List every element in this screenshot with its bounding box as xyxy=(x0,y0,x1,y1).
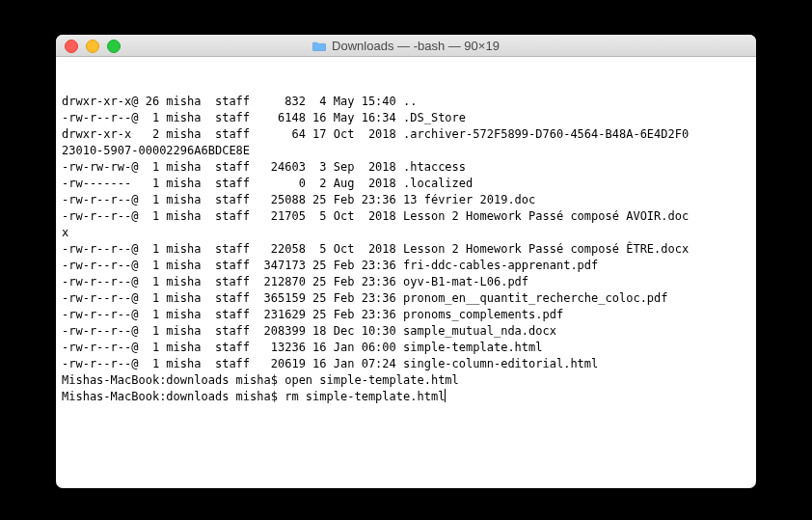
titlebar[interactable]: Downloads — -bash — 90×19 xyxy=(56,35,756,57)
terminal-line: -rw-r--r--@ 1 misha staff 212870 25 Feb … xyxy=(62,274,750,290)
terminal-line: drwxr-xr-x@ 26 misha staff 832 4 May 15:… xyxy=(62,94,750,110)
cursor xyxy=(445,389,446,402)
terminal-line: -rw-r--r--@ 1 misha staff 21705 5 Oct 20… xyxy=(62,208,750,225)
terminal-line: -rw-r--r--@ 1 misha staff 22058 5 Oct 20… xyxy=(62,241,750,258)
terminal-line: -rw-r--r--@ 1 misha staff 347173 25 Feb … xyxy=(62,258,750,274)
close-icon[interactable] xyxy=(65,40,78,53)
terminal-line: -rw------- 1 misha staff 0 2 Aug 2018 .l… xyxy=(62,176,750,192)
maximize-icon[interactable] xyxy=(107,40,121,53)
terminal-line: 23010-5907-00002296A6BDCE8E xyxy=(62,143,750,159)
terminal-line: -rw-rw-rw-@ 1 misha staff 24603 3 Sep 20… xyxy=(62,159,750,176)
terminal-line: -rw-r--r--@ 1 misha staff 25088 25 Feb 2… xyxy=(62,192,750,208)
traffic-lights xyxy=(65,40,121,53)
terminal-line: -rw-r--r--@ 1 misha staff 365159 25 Feb … xyxy=(62,290,750,307)
folder-icon xyxy=(312,41,326,51)
window-title-area: Downloads — -bash — 90×19 xyxy=(56,39,756,53)
terminal-line: drwxr-xr-x 2 misha staff 64 17 Oct 2018 … xyxy=(62,126,750,143)
terminal-line: Mishas-MacBook:downloads misha$ rm simpl… xyxy=(62,389,750,405)
terminal-line: -rw-r--r--@ 1 misha staff 20619 16 Jan 0… xyxy=(62,356,750,372)
terminal-line: Mishas-MacBook:downloads misha$ open sim… xyxy=(62,372,750,389)
terminal-line: -rw-r--r--@ 1 misha staff 13236 16 Jan 0… xyxy=(62,340,750,356)
terminal-line: -rw-r--r--@ 1 misha staff 231629 25 Feb … xyxy=(62,307,750,323)
terminal-line: -rw-r--r--@ 1 misha staff 208399 18 Dec … xyxy=(62,323,750,340)
terminal-output[interactable]: drwxr-xr-x@ 26 misha staff 832 4 May 15:… xyxy=(56,57,756,442)
minimize-icon[interactable] xyxy=(86,40,99,53)
terminal-line: -rw-r--r--@ 1 misha staff 6148 16 May 16… xyxy=(62,110,750,126)
window-title: Downloads — -bash — 90×19 xyxy=(332,39,500,53)
terminal-window: Downloads — -bash — 90×19 drwxr-xr-x@ 26… xyxy=(56,35,756,488)
terminal-line: x xyxy=(62,225,750,241)
